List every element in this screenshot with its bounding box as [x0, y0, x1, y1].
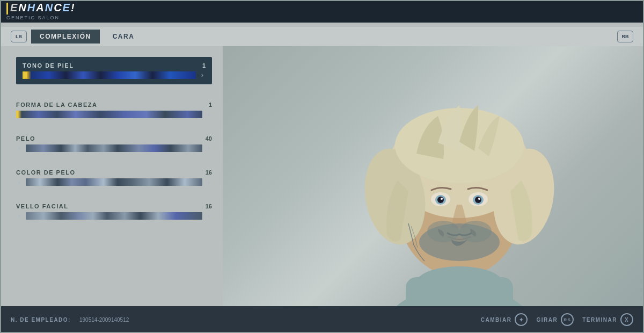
gap2 — [16, 125, 212, 129]
cambiar-icon: ✦ — [515, 313, 528, 326]
tab-complexion[interactable]: COMPLEXIÓN — [31, 30, 100, 44]
slider-track-vello[interactable] — [26, 212, 202, 220]
slider-label-forma: FORMA DE LA CABEZA — [16, 102, 97, 108]
terminar-button[interactable]: TERMINAR X — [582, 313, 633, 326]
slider-right-arrow-tono[interactable]: › — [199, 71, 206, 79]
slider-pelo: PELO 40 ‹ › — [16, 135, 212, 152]
gap3 — [16, 158, 212, 163]
cambiar-button[interactable]: CAMBIAR ✦ — [481, 313, 528, 326]
slider-value-forma: 1 — [209, 102, 212, 108]
slider-value-pelo: 40 — [206, 135, 212, 142]
employee-label: N. DE EMPLEADO: — [11, 317, 71, 323]
slider-forma-cabeza: FORMA DE LA CABEZA 1 › — [16, 102, 212, 118]
right-panel — [223, 46, 644, 306]
slider-left-arrow-color[interactable]: ‹ — [16, 178, 23, 186]
gap1 — [16, 91, 212, 95]
character-portrait — [331, 46, 588, 306]
top-bar: enhance! GENETIC SALON — [0, 0, 644, 23]
slider-track-wrapper-forma: › — [16, 110, 212, 118]
logo-pipe — [6, 3, 8, 15]
slider-left-arrow-vello[interactable]: ‹ — [16, 212, 23, 220]
slider-header-vello: VELLO FACIAL 16 — [16, 203, 212, 209]
slider-header-color: COLOR DE PELO 16 — [16, 169, 212, 176]
slider-right-arrow-pelo[interactable]: › — [206, 144, 212, 152]
svg-point-17 — [427, 221, 459, 242]
slider-right-arrow-forma[interactable]: › — [206, 110, 212, 118]
slider-value-vello: 16 — [206, 203, 212, 209]
slider-track-wrapper-color: ‹ › — [16, 178, 212, 186]
cambiar-label: CAMBIAR — [481, 317, 512, 323]
salon-label: GENETIC SALON — [6, 15, 76, 20]
gap4 — [16, 192, 212, 197]
svg-point-15 — [478, 198, 480, 200]
rb-button[interactable]: RB — [617, 31, 633, 42]
slider-header: TONO DE PIEL 1 — [23, 62, 206, 69]
terminar-icon: X — [620, 313, 633, 326]
svg-point-12 — [437, 197, 444, 203]
slider-label-pelo: PELO — [16, 135, 35, 142]
slider-track-tono[interactable] — [23, 71, 196, 79]
slider-left-arrow-pelo[interactable]: ‹ — [16, 144, 23, 152]
slider-right-arrow-vello[interactable]: › — [206, 212, 212, 220]
slider-track-color[interactable] — [26, 178, 202, 186]
employee-id: 190514-2009140512 — [79, 317, 129, 323]
slider-label-vello: VELLO FACIAL — [16, 203, 68, 209]
girar-button[interactable]: GIRAR RS — [536, 313, 574, 326]
slider-vello-facial: VELLO FACIAL 16 ‹ › — [16, 203, 212, 220]
slider-track-wrapper-vello: ‹ › — [16, 212, 212, 220]
slider-label-tono: TONO DE PIEL — [23, 62, 74, 69]
nav-tabs: LB COMPLEXIÓN CARA RB — [0, 27, 644, 46]
left-panel: TONO DE PIEL 1 › FORMA DE LA CABEZA 1 › — [0, 46, 223, 306]
slider-header-pelo: PELO 40 — [16, 135, 212, 142]
tab-cara[interactable]: CARA — [104, 30, 143, 44]
slider-color-pelo: COLOR DE PELO 16 ‹ › — [16, 169, 212, 186]
lb-button[interactable]: LB — [11, 31, 27, 42]
svg-point-13 — [475, 197, 481, 203]
terminar-label: TERMINAR — [582, 317, 617, 323]
slider-tono-piel: TONO DE PIEL 1 › — [16, 57, 212, 84]
girar-label: GIRAR — [536, 317, 558, 323]
slider-value-color: 16 — [206, 169, 212, 176]
svg-rect-20 — [419, 277, 500, 299]
svg-point-14 — [441, 198, 443, 200]
slider-track-forma[interactable] — [16, 111, 202, 118]
bottom-bar: N. DE EMPLEADO: 190514-2009140512 CAMBIA… — [0, 306, 644, 333]
logo-text: enhance! — [6, 2, 76, 15]
main-content: TONO DE PIEL 1 › FORMA DE LA CABEZA 1 › — [0, 46, 644, 306]
slider-track-wrapper: › — [23, 71, 206, 79]
slider-track-wrapper-pelo: ‹ › — [16, 144, 212, 152]
slider-value-tono: 1 — [202, 62, 206, 69]
svg-point-18 — [459, 221, 492, 242]
slider-header-forma: FORMA DE LA CABEZA 1 — [16, 102, 212, 108]
slider-indicator-tono — [24, 72, 27, 78]
bottom-actions: CAMBIAR ✦ GIRAR RS TERMINAR X — [481, 313, 633, 326]
slider-label-color: COLOR DE PELO — [16, 169, 76, 176]
slider-right-arrow-color[interactable]: › — [206, 178, 212, 186]
slider-track-pelo[interactable] — [26, 144, 202, 152]
girar-icon: RS — [561, 313, 574, 326]
logo-area: enhance! GENETIC SALON — [6, 2, 76, 20]
